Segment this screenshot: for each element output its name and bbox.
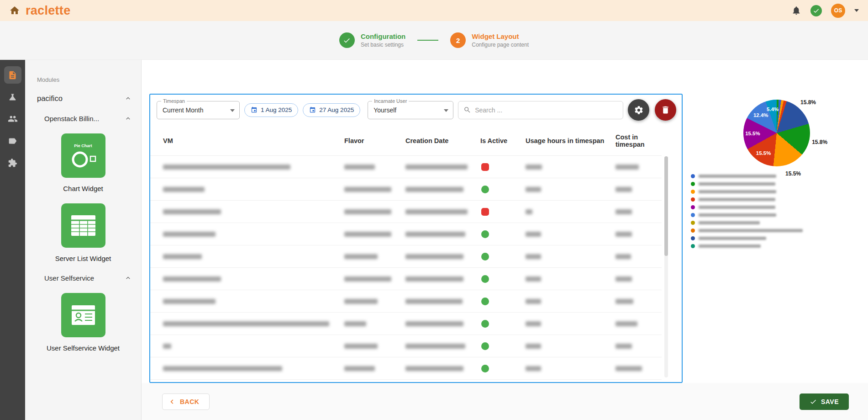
redacted-text [615, 366, 642, 371]
redacted-text [526, 276, 541, 282]
table-row [150, 223, 662, 245]
step-widget-layout[interactable]: 2 Widget Layout Configure page content [450, 32, 529, 48]
legend-glyph-icon [90, 156, 95, 161]
module-group-pacifico[interactable]: pacifico [25, 94, 141, 103]
legend-color-dot [691, 221, 695, 225]
redacted-text [699, 245, 761, 248]
legend-item [691, 174, 803, 178]
redacted-text [615, 165, 639, 170]
nav-rail [0, 60, 25, 420]
legend-item [691, 197, 803, 202]
pie-slice-label: 12.4% [753, 112, 768, 118]
redacted-text [615, 321, 637, 326]
incarnate-user-select[interactable]: Incarnate User Yourself [368, 101, 453, 119]
legend-color-dot [691, 182, 695, 186]
nav-science-icon[interactable] [4, 88, 21, 106]
user-menu-chevron-down-icon[interactable] [854, 9, 859, 12]
brand-logo[interactable]: raclette [26, 4, 70, 18]
widget-preview-panel: Timespan Current Month 1 Aug 2025 [149, 94, 683, 383]
legend-item [691, 229, 803, 233]
topbar-actions: OS [791, 4, 859, 18]
pie-slice-label: 15.5% [745, 131, 760, 136]
chart-widget-thumb-text: Pie Chart [74, 144, 92, 148]
redacted-text [526, 299, 541, 304]
table-row [150, 200, 662, 223]
redacted-text [526, 209, 532, 214]
redacted-text [405, 366, 463, 371]
step2-title: Widget Layout [472, 32, 529, 40]
redacted-text [344, 209, 391, 214]
group-openstack-label: Openstack Billin... [44, 115, 99, 122]
wizard-footer: BACK SAVE [142, 383, 868, 420]
table-row [150, 155, 662, 178]
back-button[interactable]: BACK [162, 393, 210, 410]
step1-title: Configuration [361, 32, 405, 40]
active-status-icon [481, 275, 489, 283]
timespan-select-value: Current Month [163, 106, 203, 114]
redacted-text [163, 232, 216, 237]
active-status-icon [481, 342, 489, 350]
redacted-text [699, 190, 776, 193]
back-button-label: BACK [180, 398, 199, 405]
redacted-text [405, 254, 463, 259]
server-list-widget-label: Server List Widget [55, 255, 111, 262]
table-scrollbar[interactable] [664, 156, 668, 377]
group-selfservice-label: User Selfservice [44, 274, 94, 282]
active-status-icon [481, 186, 489, 193]
redacted-text [163, 209, 221, 214]
legend-color-dot [691, 174, 695, 178]
table-scrollbar-thumb[interactable] [664, 156, 668, 256]
legend-item [691, 221, 803, 225]
chart-widget-label: Chart Widget [63, 185, 103, 192]
server-list-widget-card: Server List Widget [25, 203, 141, 262]
module-group-user-selfservice[interactable]: User Selfservice [25, 274, 141, 282]
step-configuration[interactable]: Configuration Set basic settings [339, 32, 405, 48]
nav-pages-icon[interactable] [4, 66, 21, 84]
nav-users-icon[interactable] [4, 110, 21, 128]
redacted-text [526, 366, 541, 371]
widget-settings-button[interactable] [628, 99, 649, 121]
legend-item [691, 244, 803, 248]
redacted-text [163, 366, 282, 371]
trash-icon [661, 105, 670, 115]
redacted-text [699, 213, 776, 217]
status-ok-icon[interactable] [810, 5, 822, 16]
widget-delete-button[interactable] [655, 99, 676, 121]
step2-subtitle: Configure page content [472, 42, 529, 48]
redacted-text [163, 299, 216, 304]
redacted-text [344, 254, 378, 259]
search-field [458, 101, 623, 119]
user-avatar[interactable]: OS [831, 4, 845, 18]
legend-color-dot [691, 229, 695, 233]
home-icon[interactable] [9, 5, 20, 16]
redacted-text [405, 165, 468, 170]
step2-number: 2 [450, 32, 466, 48]
user-selfservice-widget-thumbnail[interactable] [61, 293, 105, 337]
main-content: Timespan Current Month 1 Aug 2025 [142, 60, 868, 420]
calendar-icon [309, 106, 316, 113]
table-row [150, 312, 662, 335]
nav-plugins-icon[interactable] [4, 154, 21, 171]
notifications-bell-icon[interactable] [791, 5, 801, 16]
date-to-chip[interactable]: 27 Aug 2025 [303, 103, 360, 117]
modules-panel: Modules pacifico Openstack Billin... Pie… [25, 60, 142, 420]
module-group-openstack-billing[interactable]: Openstack Billin... [25, 115, 141, 122]
legend-color-dot [691, 205, 695, 209]
chart-widget-thumbnail[interactable]: Pie Chart [61, 133, 105, 178]
active-status-icon [481, 365, 489, 372]
inactive-status-icon [481, 208, 489, 216]
search-input[interactable] [475, 106, 618, 114]
nav-tags-icon[interactable] [4, 132, 21, 149]
save-button-label: SAVE [821, 398, 839, 405]
redacted-text [699, 237, 766, 240]
redacted-text [344, 165, 375, 170]
legend-item [691, 182, 803, 186]
save-button[interactable]: SAVE [800, 393, 849, 410]
legend-color-dot [691, 236, 695, 240]
timespan-select[interactable]: Timespan Current Month [157, 101, 240, 119]
search-icon [463, 106, 471, 114]
server-list-widget-thumbnail[interactable] [61, 203, 105, 248]
redacted-text [526, 321, 541, 326]
table-row [150, 357, 662, 379]
date-from-chip[interactable]: 1 Aug 2025 [244, 103, 298, 117]
